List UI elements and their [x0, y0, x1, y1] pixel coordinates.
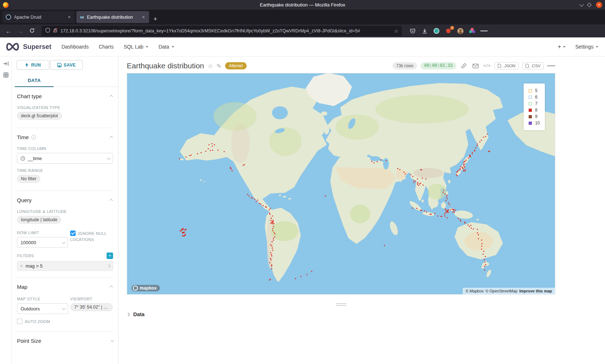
earthquake-point[interactable] — [260, 204, 261, 205]
earthquake-point[interactable] — [425, 178, 426, 179]
remove-filter-icon[interactable]: × — [20, 264, 23, 269]
mapbox-logo[interactable]: mapbox — [131, 285, 160, 291]
earthquake-point[interactable] — [271, 254, 272, 255]
tab-data[interactable]: DATA — [15, 74, 54, 87]
earthquake-point[interactable] — [477, 232, 478, 233]
close-window-icon[interactable]: × — [596, 2, 602, 8]
earthquake-point[interactable] — [478, 234, 479, 235]
edit-title-icon[interactable]: ✎ — [216, 63, 221, 69]
earthquake-point[interactable] — [232, 170, 233, 171]
earthquake-point[interactable] — [422, 178, 423, 179]
earthquake-point[interactable] — [273, 223, 274, 224]
earthquake-point[interactable] — [185, 156, 187, 158]
extension-pinwheel-icon[interactable] — [469, 27, 476, 35]
back-icon[interactable]: ← — [4, 27, 13, 35]
earthquake-point[interactable] — [484, 261, 485, 263]
earthquake-point[interactable] — [468, 158, 469, 159]
earthquake-point[interactable] — [484, 266, 485, 267]
earthquake-point[interactable] — [416, 208, 417, 209]
earthquake-point[interactable] — [475, 147, 476, 149]
nav-charts[interactable]: Charts — [99, 44, 113, 50]
earthquake-point[interactable] — [430, 214, 431, 215]
legend-item[interactable]: 6 — [529, 95, 540, 100]
tab-earthquake-distribution[interactable]: ∞ Earthquake distribution × — [76, 11, 149, 23]
earthquake-point[interactable] — [189, 155, 190, 156]
earthquake-point[interactable] — [481, 249, 482, 250]
earthquake-point[interactable] — [421, 210, 422, 211]
earthquake-point[interactable] — [444, 215, 445, 217]
earthquake-point[interactable] — [197, 153, 198, 154]
earthquake-point[interactable] — [483, 251, 484, 252]
earthquake-point[interactable] — [191, 155, 192, 156]
earthquake-point[interactable] — [487, 133, 488, 135]
new-tab-button[interactable]: + — [150, 15, 161, 24]
earthquake-point[interactable] — [460, 168, 461, 169]
earthquake-point[interactable] — [447, 195, 448, 196]
panel-resize-handle[interactable] — [127, 303, 555, 306]
earthquake-point[interactable] — [448, 209, 449, 210]
earthquake-point[interactable] — [248, 195, 250, 196]
new-menu-button[interactable]: + — [557, 43, 566, 50]
filter-chip[interactable]: × mag > 5 — [17, 261, 113, 271]
earthquake-point[interactable] — [403, 172, 404, 173]
earthquake-point[interactable] — [273, 220, 274, 221]
earthquake-point[interactable] — [300, 276, 301, 277]
earthquake-point[interactable] — [448, 212, 449, 213]
earthquake-point[interactable] — [273, 226, 274, 227]
nav-data[interactable]: Data — [158, 44, 174, 50]
earthquake-point[interactable] — [243, 165, 244, 166]
legend-item[interactable]: 10 — [529, 120, 540, 126]
earthquake-point[interactable] — [437, 215, 438, 217]
earthquake-point[interactable] — [478, 238, 479, 239]
earthquake-point[interactable] — [465, 223, 466, 224]
altered-badge[interactable]: Altered — [225, 62, 247, 69]
earthquake-point[interactable] — [420, 183, 421, 184]
earthquake-point[interactable] — [384, 245, 385, 246]
earthquake-point[interactable] — [463, 162, 464, 163]
earthquake-point[interactable] — [412, 176, 413, 177]
earthquake-point[interactable] — [211, 143, 212, 144]
earthquake-point[interactable] — [489, 151, 490, 152]
earthquake-point[interactable] — [257, 200, 258, 201]
earthquake-point[interactable] — [472, 152, 473, 153]
earthquake-point[interactable] — [274, 236, 275, 237]
email-icon[interactable] — [471, 62, 479, 70]
earthquake-point[interactable] — [454, 211, 455, 213]
adblock-shield-icon[interactable]: 2 — [445, 27, 452, 35]
earthquake-point[interactable] — [179, 158, 180, 159]
earthquake-point[interactable] — [306, 274, 308, 275]
earthquake-point[interactable] — [465, 170, 466, 172]
earthquake-point[interactable] — [405, 173, 406, 174]
earthquake-point[interactable] — [463, 170, 464, 172]
legend-item[interactable]: 8 — [529, 108, 540, 113]
earthquake-point[interactable] — [272, 241, 273, 242]
earthquake-point[interactable] — [481, 243, 483, 244]
time-column-select[interactable]: __time — [17, 153, 113, 164]
earthquake-point[interactable] — [373, 162, 375, 163]
earthquake-point[interactable] — [470, 225, 471, 226]
viz-type-value[interactable]: deck.gl Scatterplot — [17, 112, 62, 120]
earthquake-point[interactable] — [218, 150, 219, 151]
row-limit-select[interactable]: 100000 — [17, 237, 68, 248]
earthquake-point[interactable] — [485, 136, 486, 137]
earthquake-point[interactable] — [247, 194, 248, 195]
viewport-value[interactable]: 7° 35' 54.02" | 31... — [70, 303, 113, 311]
earthquake-point[interactable] — [413, 182, 414, 183]
section-map-header[interactable]: Map — [17, 278, 113, 291]
earthquake-point[interactable] — [274, 233, 275, 235]
earthquake-point[interactable] — [184, 232, 185, 233]
earthquake-point[interactable] — [470, 156, 471, 157]
earthquake-point[interactable] — [271, 265, 272, 267]
earthquake-point[interactable] — [417, 182, 418, 183]
earthquake-point[interactable] — [422, 185, 424, 186]
url-text[interactable]: 172.18.0.3:32108/superset/explore/?form_… — [60, 28, 391, 33]
share-link-icon[interactable] — [460, 62, 468, 70]
settings-menu-button[interactable]: Settings — [575, 44, 599, 50]
earthquake-point[interactable] — [180, 230, 181, 231]
earthquake-point[interactable] — [410, 174, 411, 175]
earthquake-point[interactable] — [269, 262, 270, 263]
tab-apache-druid[interactable]: Apache Druid × — [2, 11, 75, 23]
earthquake-point[interactable] — [271, 218, 272, 219]
earthquake-point[interactable] — [272, 247, 273, 249]
earthquake-point[interactable] — [471, 228, 472, 229]
